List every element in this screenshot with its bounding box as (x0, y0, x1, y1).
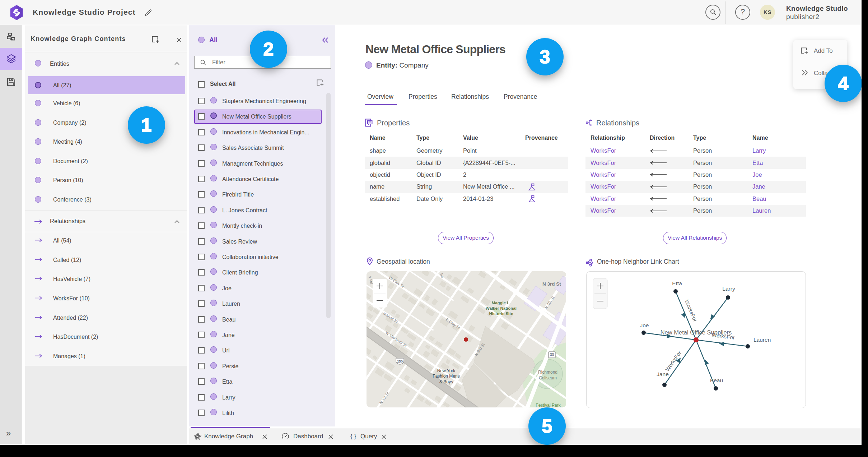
svg-text:Fashion Mens: Fashion Mens (433, 374, 459, 379)
svg-text:Lauren: Lauren (753, 337, 771, 343)
svg-text:New York: New York (437, 368, 456, 373)
svg-text:& Boys: & Boys (439, 379, 453, 384)
svg-text:Joe: Joe (640, 322, 649, 328)
svg-text:Walker National: Walker National (486, 306, 517, 310)
svg-text:Festival Park: Festival Park (536, 403, 561, 407)
svg-text:Historic Site: Historic Site (489, 311, 513, 316)
svg-text:Etta: Etta (672, 280, 682, 286)
svg-text:Beau: Beau (710, 377, 723, 383)
svg-text:250: 250 (397, 359, 403, 363)
svg-text:33: 33 (550, 353, 554, 357)
svg-text:Coliseum: Coliseum (539, 375, 557, 380)
svg-text:Richmond: Richmond (538, 370, 557, 375)
svg-text:Maggie L.: Maggie L. (491, 301, 510, 305)
svg-text:N 3rd St: N 3rd St (542, 281, 561, 287)
svg-text:Jane: Jane (657, 371, 669, 377)
svg-text:Larry: Larry (722, 286, 735, 292)
